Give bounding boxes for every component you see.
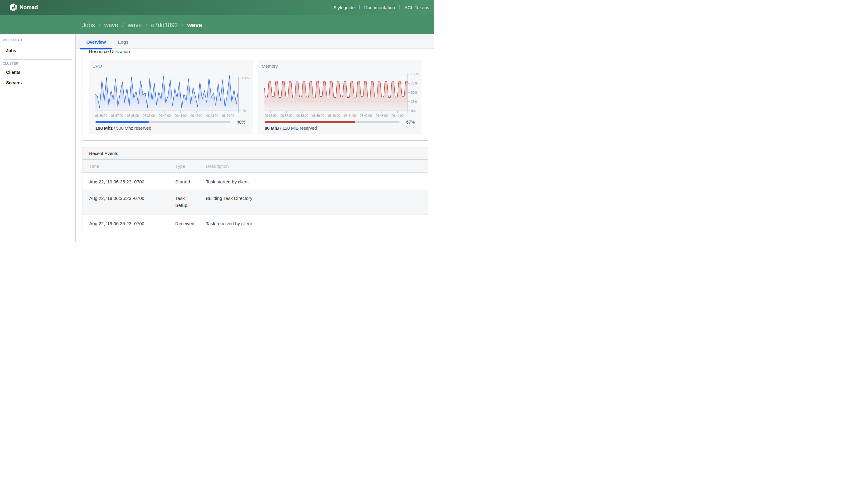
svg-text:25%: 25% [411, 100, 417, 103]
svg-text:06:39:00: 06:39:00 [143, 114, 155, 118]
svg-text:06:39:00: 06:39:00 [312, 114, 324, 118]
svg-text:06:38:00: 06:38:00 [127, 114, 139, 118]
svg-text:06:43:00: 06:43:00 [376, 114, 388, 118]
svg-text:100%: 100% [242, 76, 250, 80]
svg-text:0%: 0% [242, 109, 246, 112]
svg-text:06:38:00: 06:38:00 [296, 114, 308, 118]
svg-text:06:41:00: 06:41:00 [175, 114, 186, 118]
svg-text:0%: 0% [411, 109, 416, 112]
svg-text:06:37:00: 06:37:00 [111, 114, 123, 118]
svg-text:100%: 100% [411, 72, 420, 76]
svg-text:06:37:00: 06:37:00 [280, 114, 292, 118]
svg-text:06:36:00: 06:36:00 [265, 114, 277, 118]
svg-text:06:43:00: 06:43:00 [206, 114, 218, 118]
svg-text:06:40:00: 06:40:00 [159, 114, 170, 118]
svg-text:06:40:00: 06:40:00 [328, 114, 340, 118]
svg-text:06:44:00: 06:44:00 [392, 114, 403, 118]
svg-text:50%: 50% [411, 91, 417, 94]
svg-text:06:42:00: 06:42:00 [360, 114, 372, 118]
svg-text:06:42:00: 06:42:00 [190, 114, 203, 118]
svg-text:06:41:00: 06:41:00 [344, 114, 356, 118]
svg-text:75%: 75% [411, 82, 417, 85]
svg-text:06:36:00: 06:36:00 [95, 114, 107, 118]
svg-text:06:44:00: 06:44:00 [222, 114, 234, 118]
